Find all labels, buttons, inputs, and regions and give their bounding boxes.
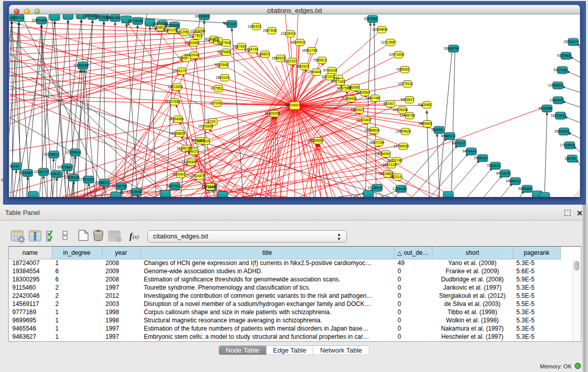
svg-text:10719155: 10719155 xyxy=(128,19,143,23)
svg-text:357224: 357224 xyxy=(224,22,236,26)
svg-text:1498222: 1498222 xyxy=(185,149,199,153)
svg-text:1244415: 1244415 xyxy=(550,98,563,102)
svg-text:6466160: 6466160 xyxy=(106,16,120,19)
svg-text:9245652: 9245652 xyxy=(518,187,532,190)
svg-text:10025438: 10025438 xyxy=(393,108,408,112)
svg-text:16648784: 16648784 xyxy=(444,47,459,50)
svg-text:9777169: 9777169 xyxy=(332,80,345,83)
svg-text:9794028: 9794028 xyxy=(323,69,337,72)
svg-text:18654983: 18654983 xyxy=(168,117,184,121)
svg-text:17957223: 17957223 xyxy=(79,178,94,181)
svg-text:14099489: 14099489 xyxy=(182,160,197,164)
svg-text:12942737: 12942737 xyxy=(34,170,49,173)
svg-text:7955812: 7955812 xyxy=(313,58,327,62)
svg-text:7485063: 7485063 xyxy=(396,68,410,71)
svg-text:746266: 746266 xyxy=(347,85,359,89)
svg-text:1615132: 1615132 xyxy=(383,163,397,166)
svg-text:9699695: 9699695 xyxy=(419,122,432,125)
svg-text:13495758: 13495758 xyxy=(400,114,415,117)
svg-text:343: 343 xyxy=(333,76,339,80)
svg-text:33150: 33150 xyxy=(10,164,19,168)
svg-text:116753: 116753 xyxy=(564,157,576,160)
svg-text:18640910: 18640910 xyxy=(290,40,306,44)
svg-text:164095: 164095 xyxy=(431,128,443,132)
svg-text:19756928: 19756928 xyxy=(394,144,409,148)
svg-text:20206521: 20206521 xyxy=(44,152,59,156)
svg-text:1990444: 1990444 xyxy=(308,70,321,74)
svg-text:18300295: 18300295 xyxy=(265,112,280,115)
svg-text:9474444: 9474444 xyxy=(463,149,476,153)
svg-text:1362615: 1362615 xyxy=(296,64,310,68)
svg-text:13325419: 13325419 xyxy=(280,32,296,35)
svg-text:19166822: 19166822 xyxy=(170,132,185,135)
svg-text:15751074: 15751074 xyxy=(563,40,579,43)
svg-text:1322037: 1322037 xyxy=(284,59,297,63)
svg-text:16210643: 16210643 xyxy=(551,114,566,117)
svg-text:13720407: 13720407 xyxy=(356,118,372,122)
svg-text:252214: 252214 xyxy=(390,175,402,179)
svg-text:114519: 114519 xyxy=(49,172,60,176)
svg-text:9463627: 9463627 xyxy=(401,98,415,101)
svg-text:2867608: 2867608 xyxy=(233,45,247,48)
svg-text:16154808: 16154808 xyxy=(372,28,387,31)
svg-text:12093872: 12093872 xyxy=(548,83,563,87)
svg-text:15353594: 15353594 xyxy=(198,124,213,128)
svg-text:18807249: 18807249 xyxy=(369,141,384,144)
svg-text:10975867: 10975867 xyxy=(57,165,73,169)
svg-text:14136141: 14136141 xyxy=(367,186,383,189)
svg-text:9115460: 9115460 xyxy=(418,103,431,106)
svg-text:(x): (x) xyxy=(133,233,139,240)
svg-text:18724007: 18724007 xyxy=(285,103,300,107)
svg-text:8471676: 8471676 xyxy=(496,171,510,175)
svg-text:20364436: 20364436 xyxy=(341,97,357,100)
svg-text:9242848: 9242848 xyxy=(215,63,229,67)
svg-text:117008: 117008 xyxy=(210,101,221,105)
svg-text:8938923: 8938923 xyxy=(441,134,455,138)
svg-text:13654923: 13654923 xyxy=(396,129,411,133)
svg-text:891295: 891295 xyxy=(177,30,188,34)
svg-text:12213303: 12213303 xyxy=(167,85,183,89)
svg-text:9327503: 9327503 xyxy=(189,34,203,37)
svg-text:16961758: 16961758 xyxy=(302,49,317,52)
svg-text:12213967: 12213967 xyxy=(381,40,396,44)
svg-text:62160: 62160 xyxy=(384,102,394,105)
svg-text:3624554: 3624554 xyxy=(356,91,370,94)
svg-text:7625402: 7625402 xyxy=(172,172,186,176)
svg-text:12359934: 12359934 xyxy=(66,150,81,154)
svg-text:2803144: 2803144 xyxy=(216,76,230,79)
svg-text:17016504: 17016504 xyxy=(560,143,575,147)
svg-text:20691406: 20691406 xyxy=(32,18,47,22)
svg-text:1571644: 1571644 xyxy=(202,185,215,188)
svg-text:9457791: 9457791 xyxy=(166,184,180,188)
svg-text:1215682: 1215682 xyxy=(19,171,33,174)
svg-text:9329966: 9329966 xyxy=(557,54,571,57)
svg-text:10807487: 10807487 xyxy=(365,96,381,100)
svg-text:9146821: 9146821 xyxy=(256,52,270,56)
svg-text:16033809: 16033809 xyxy=(194,14,210,18)
svg-text:1186323: 1186323 xyxy=(248,25,261,28)
svg-text:7632621: 7632621 xyxy=(487,164,500,167)
svg-text:5875685: 5875685 xyxy=(217,50,231,54)
svg-text:12923446: 12923446 xyxy=(126,190,142,193)
svg-text:16914479: 16914479 xyxy=(190,174,205,178)
svg-text:3215958: 3215958 xyxy=(538,106,552,110)
svg-text:12975115: 12975115 xyxy=(398,82,413,85)
svg-text:8454749: 8454749 xyxy=(245,48,258,51)
svg-text:4055714: 4055714 xyxy=(10,16,24,19)
svg-text:18107553: 18107553 xyxy=(165,100,180,103)
svg-text:21053346: 21053346 xyxy=(73,63,89,67)
svg-text:10973493: 10973493 xyxy=(389,53,404,56)
svg-text:2367608: 2367608 xyxy=(263,29,277,32)
svg-text:7386322: 7386322 xyxy=(351,108,364,112)
svg-text:13226058: 13226058 xyxy=(190,29,205,33)
svg-text:2087682: 2087682 xyxy=(364,17,378,20)
svg-text:9896?: 9896? xyxy=(180,56,189,60)
svg-text:2935114: 2935114 xyxy=(474,156,487,160)
svg-text:19384554: 19384554 xyxy=(308,139,323,142)
svg-text:12505135: 12505135 xyxy=(64,176,79,179)
svg-text:1733426: 1733426 xyxy=(393,187,406,190)
svg-text:2718170: 2718170 xyxy=(173,69,187,73)
svg-text:1546: 1546 xyxy=(212,39,220,42)
svg-text:16120746: 16120746 xyxy=(387,159,402,162)
svg-text:10958117: 10958117 xyxy=(95,181,110,184)
